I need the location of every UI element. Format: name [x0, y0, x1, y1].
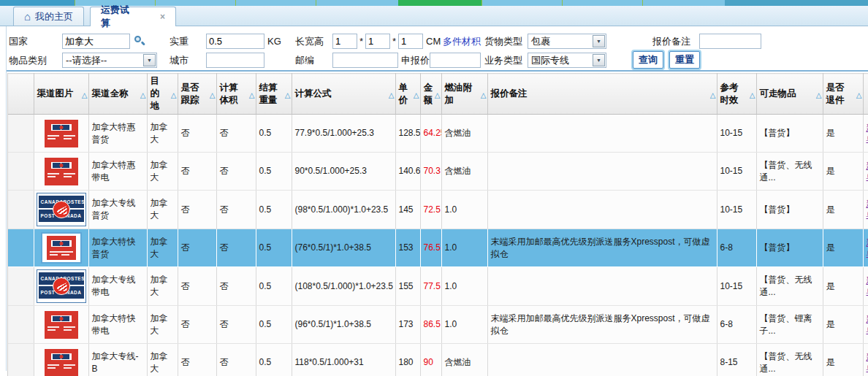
cargo-type-select[interactable]: 包裹 ▼: [528, 34, 606, 49]
column-header-label: 渠道图片: [37, 88, 74, 99]
column-header-weight[interactable]: 结算重量△: [256, 74, 292, 115]
column-header-name[interactable]: 渠道全称△: [88, 74, 147, 115]
column-header-tracked[interactable]: 是否跟踪△: [178, 74, 216, 115]
sort-icon[interactable]: △: [414, 89, 419, 101]
sort-icon[interactable]: △: [389, 89, 395, 101]
tab-label: 我的主页: [35, 10, 73, 23]
cell-ret: 是: [823, 267, 863, 306]
tab-bar: ⌂ 我的主页 运费试算 ×: [0, 6, 868, 26]
cell-name: 加拿大特快普货: [88, 229, 147, 267]
column-header-fuel[interactable]: 燃油附加△: [441, 74, 487, 115]
cell-extra: 新单: [863, 267, 868, 306]
cell-fuel: 1.0: [441, 306, 487, 344]
cell-name: 加拿大专线带电: [88, 267, 147, 306]
cell-vol: 否: [216, 191, 256, 229]
sort-icon[interactable]: △: [435, 89, 441, 101]
column-header-formula[interactable]: 计算公式△: [292, 74, 395, 115]
business-type-select[interactable]: 国际专线 ▼: [528, 53, 606, 68]
sort-icon[interactable]: △: [210, 89, 216, 101]
column-header-label: 目的地: [151, 76, 160, 111]
chevron-down-icon[interactable]: ▼: [593, 54, 605, 66]
table-row[interactable]: 加拿大特快普货加拿大否否0.5(76*0.5/1)*1.0+38.515376.…: [8, 229, 868, 267]
column-header-price[interactable]: 单价△: [395, 74, 420, 115]
sort-icon[interactable]: △: [816, 89, 822, 101]
cell-tracked: 否: [178, 115, 216, 153]
search-button[interactable]: 查询: [633, 51, 663, 69]
sort-icon[interactable]: △: [140, 89, 146, 101]
cell-vol: 否: [216, 344, 256, 376]
strip-segment: [155, 0, 235, 6]
cell-logo: [34, 344, 88, 376]
dim-length-input[interactable]: [332, 34, 357, 49]
cell-tracked: 否: [178, 229, 216, 267]
cell-formula: (96*0.5/1)*1.0+38.5: [292, 306, 395, 344]
home-icon: ⌂: [24, 11, 31, 22]
cell-formula: (76*0.5/1)*1.0+38.5: [292, 229, 395, 267]
cell-weight: 0.5: [256, 267, 292, 306]
results-grid: 渠道图片△渠道全称△目的地△是否跟踪△计算体积△结算重量△计算公式△单价△金额△…: [7, 73, 868, 376]
cell-goods: 【普货、无线通...: [756, 344, 823, 376]
column-header-extra: [863, 74, 868, 115]
column-header-remark[interactable]: 报价备注△: [487, 74, 717, 115]
cell-extra: 新单: [863, 344, 868, 376]
table-row[interactable]: CANADAPOSTESPOSTCANADA加拿大专线带电加拿大否否0.5(10…: [8, 267, 868, 306]
column-header-label: 是否退件: [826, 83, 845, 105]
column-header-amount[interactable]: 金额△: [420, 74, 441, 115]
column-header-dest[interactable]: 目的地△: [147, 74, 178, 115]
country-input[interactable]: [62, 34, 130, 49]
column-header-eta[interactable]: 参考时效△: [717, 74, 756, 115]
cell-extra: 新单: [863, 153, 868, 191]
city-input[interactable]: [206, 53, 264, 68]
table-row[interactable]: CANADAPOSTESPOSTCANADA加拿大专线普货加拿大否否0.5(98…: [8, 191, 868, 229]
declared-value-input[interactable]: [430, 53, 481, 68]
cell-ret: 是: [823, 115, 863, 153]
close-icon[interactable]: ×: [160, 12, 165, 21]
cell-remark: [487, 191, 717, 229]
column-header-vol[interactable]: 计算体积△: [216, 74, 256, 115]
sort-icon[interactable]: △: [82, 89, 88, 101]
canada-post-red-logo: [47, 236, 76, 260]
sort-icon[interactable]: △: [750, 89, 755, 101]
cell-logo: [34, 229, 88, 267]
sort-icon[interactable]: △: [481, 89, 487, 101]
sort-icon[interactable]: △: [249, 89, 255, 101]
cell-dest: 加拿大: [147, 306, 178, 344]
table-row[interactable]: 加拿大特惠带电加拿大否否0.590*0.5/1.000+25.3140.670.…: [8, 153, 868, 191]
multi-piece-volume-link[interactable]: 多件材积: [443, 34, 481, 49]
chevron-down-icon[interactable]: ▼: [593, 35, 605, 47]
cell-remark: [487, 267, 717, 306]
tab-my-homepage[interactable]: ⌂ 我的主页: [13, 7, 84, 26]
cell-dest: 加拿大: [147, 191, 178, 229]
cell-price: 173: [395, 306, 420, 344]
dim-height-input[interactable]: [398, 34, 423, 49]
cell-weight: 0.5: [256, 115, 292, 153]
dim-width-input[interactable]: [365, 34, 390, 49]
reset-button[interactable]: 重置: [669, 51, 700, 69]
table-row[interactable]: 加拿大特惠普货加拿大否否0.577.9*0.5/1.000+25.3128.56…: [8, 115, 868, 153]
tab-freight-calc[interactable]: 运费试算 ×: [90, 7, 176, 26]
chevron-down-icon[interactable]: ▼: [143, 54, 156, 66]
cell-eta: 10-15: [717, 191, 756, 229]
cell-logo: [34, 306, 88, 344]
column-header-logo[interactable]: 渠道图片△: [34, 74, 88, 115]
sort-icon[interactable]: △: [856, 89, 862, 101]
cell-price: 140.6: [395, 153, 420, 191]
strip-segment: [562, 0, 642, 6]
cargo-type-label: 货物类型: [484, 34, 522, 49]
cell-vol: 否: [216, 267, 256, 306]
column-header-ret[interactable]: 是否退件△: [823, 74, 863, 115]
sort-icon[interactable]: △: [710, 89, 716, 101]
cell-goods: 【普货、无线通...: [756, 153, 823, 191]
table-row[interactable]: 加拿大特快带电加拿大否否0.5(96*0.5/1)*1.0+38.517386.…: [8, 306, 868, 344]
weight-input[interactable]: [206, 34, 264, 49]
item-category-select[interactable]: --请选择-- ▼: [62, 53, 157, 68]
column-header-label: 金额: [424, 83, 433, 105]
sort-icon[interactable]: △: [171, 89, 177, 101]
quote-remark-input[interactable]: [699, 34, 761, 49]
column-header-label: 计算体积: [220, 83, 238, 105]
column-header-goods[interactable]: 可走物品△: [756, 74, 823, 115]
sort-icon[interactable]: △: [285, 89, 291, 101]
postcode-input[interactable]: [332, 53, 398, 68]
search-icon[interactable]: [134, 35, 145, 46]
table-row[interactable]: 加拿大专线-B加拿大否否0.5118*0.5/1.000+3118090含燃油8…: [8, 344, 868, 376]
